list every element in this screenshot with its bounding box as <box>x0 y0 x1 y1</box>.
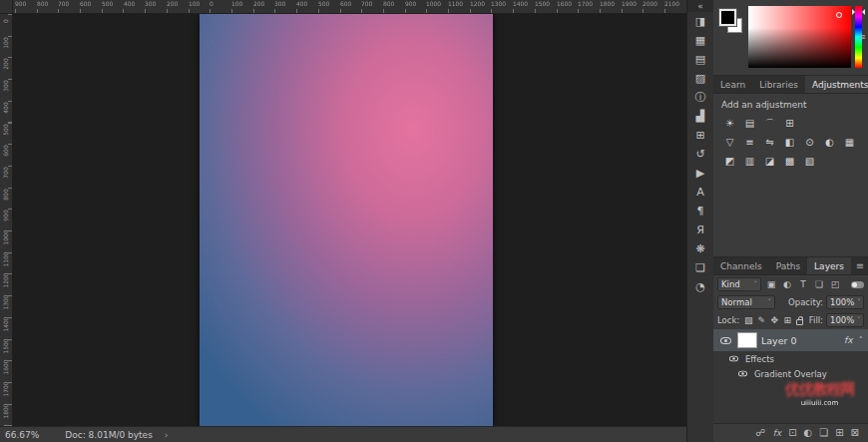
gradients-panel-icon[interactable]: ▤ <box>687 50 713 69</box>
ruler-v-label: 300 <box>3 78 10 95</box>
layer-visibility-toggle[interactable] <box>717 337 733 344</box>
adjustment-gradient-map-icon[interactable]: ▧ <box>801 154 818 169</box>
lock-position-icon[interactable]: ✥ <box>768 316 780 325</box>
ruler-h-label: 800 <box>383 1 394 8</box>
adjustment-color-balance-icon[interactable]: ⇋ <box>761 135 778 150</box>
adjustment-photo-filter-icon[interactable]: ⊙ <box>801 135 818 150</box>
add-adjustment-label: Add an adjustment <box>721 100 860 110</box>
new-layer-icon[interactable]: ⊞ <box>835 428 843 438</box>
info-panel-icon[interactable]: ⓘ <box>687 88 713 107</box>
filter-pixel-layers-icon[interactable]: ▣ <box>764 277 778 291</box>
ruler-h-label: 200 <box>253 1 264 8</box>
filter-type-layers-icon[interactable]: T <box>796 277 810 291</box>
add-layer-mask-icon[interactable]: ⊡ <box>788 428 796 438</box>
layers-panel-menu-icon[interactable]: ≡ <box>852 257 868 274</box>
panel-tab-adjustments[interactable]: Adjustments <box>805 76 868 93</box>
blend-mode-dropdown[interactable]: Normal ˅ <box>717 295 775 309</box>
opacity-dropdown[interactable]: 100% ˅ <box>826 295 864 309</box>
panel-tab-libraries[interactable]: Libraries <box>752 76 805 93</box>
color-picker-marker[interactable] <box>836 12 842 18</box>
brush-settings-panel-icon[interactable]: ❋ <box>687 239 713 258</box>
lock-all-icon[interactable] <box>796 319 803 325</box>
panel-tab-layers[interactable]: Layers <box>807 257 851 274</box>
adjustment-threshold-icon[interactable]: ◪ <box>761 154 778 169</box>
layer-style-icon[interactable]: fx <box>773 429 782 438</box>
delete-layer-icon[interactable]: ⊠ <box>851 428 859 438</box>
ruler-h-label: 400 <box>296 1 307 8</box>
patterns-panel-icon[interactable]: ▨ <box>687 69 713 88</box>
ruler-v-label: 800 <box>3 186 10 203</box>
filter-shape-layers-icon[interactable]: ❏ <box>812 277 826 291</box>
effect-visibility-toggle[interactable] <box>725 355 741 362</box>
lock-artboard-icon[interactable]: ⊞ <box>781 316 793 325</box>
ruler-origin-corner[interactable] <box>0 0 13 14</box>
navigator-panel-icon[interactable]: ⊞ <box>687 126 713 145</box>
layer-thumbnail[interactable] <box>737 332 757 348</box>
collapse-effects-chevron-icon[interactable]: ˄ <box>859 335 864 345</box>
adjustment-selective-color-icon[interactable]: ▩ <box>781 154 798 169</box>
filter-kind-dropdown[interactable]: Kind ˅ <box>717 277 761 291</box>
layer-fx-badge[interactable]: fx <box>844 335 853 345</box>
zoom-level-field[interactable]: 66.67% <box>5 430 39 440</box>
adjustment-curves-icon[interactable]: ⌒ <box>761 116 778 131</box>
ruler-v-label: 1600 <box>3 359 10 376</box>
effect-name: Effects <box>745 354 774 364</box>
ruler-h-label: 100 <box>189 1 200 8</box>
adjustment-exposure-icon[interactable]: ⊞ <box>781 116 798 131</box>
glyphs-panel-icon[interactable]: Я <box>687 221 713 239</box>
clone-source-panel-icon[interactable]: ❏ <box>687 258 713 277</box>
effect-row[interactable]: Gradient Overlay <box>713 366 868 381</box>
lock-transparent-pixels-icon[interactable]: ▨ <box>742 316 754 325</box>
canvas[interactable] <box>200 14 493 426</box>
vertical-ruler[interactable]: 0100200300400500600700800900100011001200… <box>0 14 13 426</box>
adjustment-row: ▽≡⇋◧⊙◐▦ <box>721 135 860 150</box>
effect-visibility-toggle[interactable] <box>734 370 750 377</box>
history-panel-icon[interactable]: ↺ <box>687 145 713 164</box>
eye-icon <box>720 337 731 344</box>
color-panel-menu-icon[interactable]: ≡ <box>858 32 866 42</box>
adjustment-black-white-icon[interactable]: ◧ <box>781 135 798 150</box>
saturation-brightness-field[interactable] <box>748 6 851 68</box>
link-layers-icon[interactable]: ☍ <box>755 428 765 438</box>
adjustment-brightness-contrast-icon[interactable]: ☀ <box>721 116 738 131</box>
actions-panel-icon[interactable]: ▶ <box>687 164 713 183</box>
hue-slider-thumb[interactable] <box>852 9 865 15</box>
ruler-v-label: 700 <box>3 164 10 181</box>
adjustment-vibrance-icon[interactable]: ▽ <box>721 135 738 150</box>
foreground-color-swatch[interactable] <box>719 9 736 26</box>
color-panel-icon[interactable]: ◨ <box>687 12 713 31</box>
ruler-h-label: 700 <box>361 1 372 8</box>
panel-tab-paths[interactable]: Paths <box>769 257 807 274</box>
adjustment-posterize-icon[interactable]: ▥ <box>741 154 758 169</box>
pasteboard[interactable] <box>13 14 686 426</box>
adjustment-hue-saturation-icon[interactable]: ≡ <box>741 135 758 150</box>
adjustment-levels-icon[interactable]: ▤ <box>741 116 758 131</box>
ruler-h-label: 2100 <box>664 1 679 8</box>
paragraph-panel-icon[interactable]: ¶ <box>687 202 713 221</box>
adjustment-color-lookup-icon[interactable]: ▦ <box>841 135 858 150</box>
fill-dropdown[interactable]: 100% ˅ <box>826 313 864 327</box>
panel-dock: ≡ LearnLibrariesAdjustments≡ Add an adju… <box>713 0 868 442</box>
adjustment-channel-mixer-icon[interactable]: ◐ <box>821 135 838 150</box>
adjustment-invert-icon[interactable]: ◩ <box>721 154 738 169</box>
horizontal-ruler[interactable]: 9008007006005004003002001000100200300400… <box>13 0 686 14</box>
layer-row[interactable]: Layer 0fx˄ <box>713 329 868 351</box>
panel-tab-channels[interactable]: Channels <box>713 257 769 274</box>
status-options-chevron-icon[interactable]: › <box>165 430 169 440</box>
new-group-icon[interactable]: ❏ <box>819 428 828 438</box>
lock-image-pixels-icon[interactable]: ✎ <box>755 316 767 325</box>
filter-adjustment-layers-icon[interactable]: ◐ <box>780 277 794 291</box>
new-adjustment-layer-icon[interactable]: ◐ <box>804 428 813 438</box>
double-chevron-icon: « <box>697 1 703 11</box>
histogram-panel-icon[interactable]: ▟ <box>687 107 713 126</box>
panel-tab-learn[interactable]: Learn <box>713 76 752 93</box>
swatches-panel-icon[interactable]: ▦ <box>687 31 713 50</box>
timeline-panel-icon[interactable]: ◔ <box>687 277 713 296</box>
effects-row[interactable]: Effects <box>713 351 868 366</box>
filter-toggle[interactable] <box>851 281 864 288</box>
filter-smart-objects-icon[interactable]: ◰ <box>828 277 842 291</box>
layers-tab-bar: ChannelsPathsLayers≡ <box>713 257 868 275</box>
filter-kind-label: Kind <box>721 279 740 289</box>
expand-panels-button[interactable]: « <box>687 0 713 12</box>
character-panel-icon[interactable]: A <box>687 183 713 202</box>
